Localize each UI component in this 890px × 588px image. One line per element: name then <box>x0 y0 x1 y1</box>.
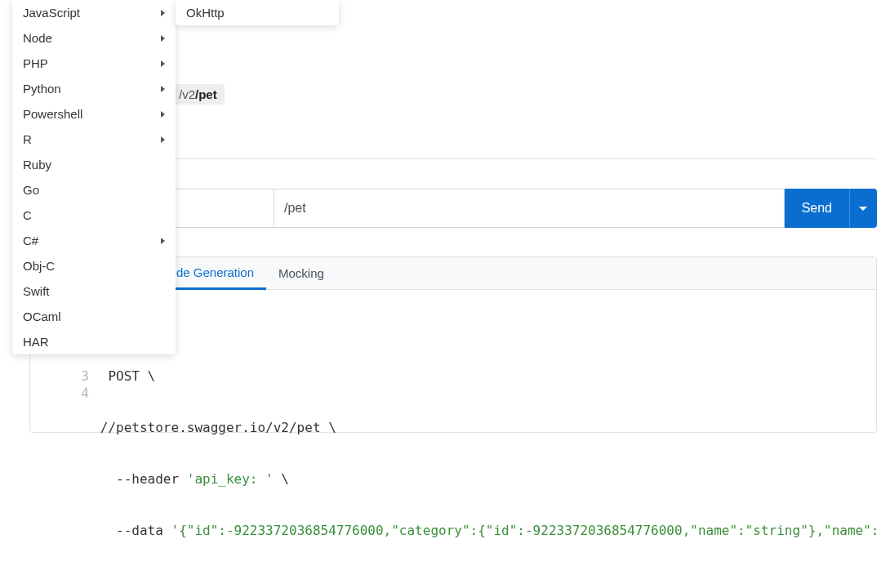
tab-mocking[interactable]: Mocking <box>266 257 336 289</box>
menu-item-php[interactable]: PHP <box>12 51 176 76</box>
menu-item-label: Ruby <box>23 158 51 172</box>
chevron-down-icon <box>859 207 867 211</box>
code-text: POST \ <box>100 368 155 384</box>
menu-item-node[interactable]: Node <box>12 25 176 51</box>
chevron-right-icon <box>161 60 165 67</box>
language-menu[interactable]: JavaScript Node PHP Python Powershell R … <box>12 0 176 354</box>
code-text: //petstore.swagger.io/v2/pet \ <box>100 420 336 435</box>
chevron-right-icon <box>161 10 165 16</box>
send-button-label: Send <box>802 201 832 216</box>
breadcrumb-current: /pet <box>195 87 217 101</box>
menu-item-label: Swift <box>23 284 50 298</box>
line-numbers: POST \ . 3 4 <box>30 333 100 573</box>
send-dropdown-button[interactable] <box>849 189 877 228</box>
code-string: '{"id":-9223372036854776000,"category":{… <box>171 523 877 538</box>
submenu-item-label: OkHttp <box>186 6 225 20</box>
code-line: POST \ <box>100 368 876 385</box>
breadcrumb-prefix: /v2 <box>179 87 195 101</box>
tab-mocking-label: Mocking <box>278 266 324 280</box>
menu-item-label: C <box>23 208 32 222</box>
menu-item-label: Obj-C <box>23 259 55 273</box>
chevron-right-icon <box>161 111 165 118</box>
code-text: \ <box>274 471 289 487</box>
menu-item-har[interactable]: HAR <box>12 329 176 354</box>
menu-item-label: PHP <box>23 56 48 70</box>
menu-item-label: JavaScript <box>23 6 80 20</box>
send-button[interactable]: Send <box>785 189 849 228</box>
breadcrumb: /v2 /pet <box>171 84 225 105</box>
menu-item-label: Go <box>23 183 39 197</box>
path-input-text: /pet <box>284 201 306 216</box>
code-line: //petstore.swagger.io/v2/pet \ <box>100 419 876 436</box>
language-submenu[interactable]: OkHttp <box>176 0 339 25</box>
code-line: --data '{"id":-9223372036854776000,"cate… <box>100 522 876 539</box>
path-input[interactable]: /pet <box>274 189 785 228</box>
code-block: POST \ . 3 4 POST \ //petstore.swagger.i… <box>30 333 876 583</box>
menu-item-label: Python <box>23 82 61 96</box>
menu-item-label: Powershell <box>23 107 82 121</box>
menu-item-swift[interactable]: Swift <box>12 278 176 304</box>
menu-item-c[interactable]: C <box>12 203 176 228</box>
menu-item-label: Node <box>23 31 52 45</box>
menu-item-label: R <box>23 132 32 146</box>
menu-item-ocaml[interactable]: OCaml <box>12 304 176 329</box>
menu-item-ruby[interactable]: Ruby <box>12 152 176 177</box>
chevron-right-icon <box>161 35 165 42</box>
chevron-right-icon <box>161 86 165 92</box>
code-line: --header 'api_key: ' \ <box>100 470 876 488</box>
submenu-item-okhttp[interactable]: OkHttp <box>176 0 339 25</box>
menu-item-powershell[interactable]: Powershell <box>12 101 176 127</box>
code-string: 'api_key: ' <box>187 471 274 487</box>
menu-item-label: C# <box>23 234 38 247</box>
menu-item-python[interactable]: Python <box>12 76 176 101</box>
code-text: --header <box>100 471 187 487</box>
menu-item-label: OCaml <box>23 310 61 323</box>
menu-item-csharp[interactable]: C# <box>12 228 176 253</box>
menu-item-r[interactable]: R <box>12 127 176 152</box>
send-button-group: Send <box>785 189 877 228</box>
menu-item-objc[interactable]: Obj-C <box>12 253 176 278</box>
line-number: 3 <box>42 368 89 385</box>
chevron-right-icon <box>161 136 165 143</box>
menu-item-go[interactable]: Go <box>12 177 176 203</box>
line-number: 4 <box>42 385 89 402</box>
code-lines[interactable]: POST \ //petstore.swagger.io/v2/pet \ --… <box>100 333 876 573</box>
chevron-right-icon <box>161 238 165 244</box>
menu-item-javascript[interactable]: JavaScript <box>12 0 176 25</box>
menu-item-label: HAR <box>23 335 49 349</box>
code-text: --data <box>100 523 171 538</box>
